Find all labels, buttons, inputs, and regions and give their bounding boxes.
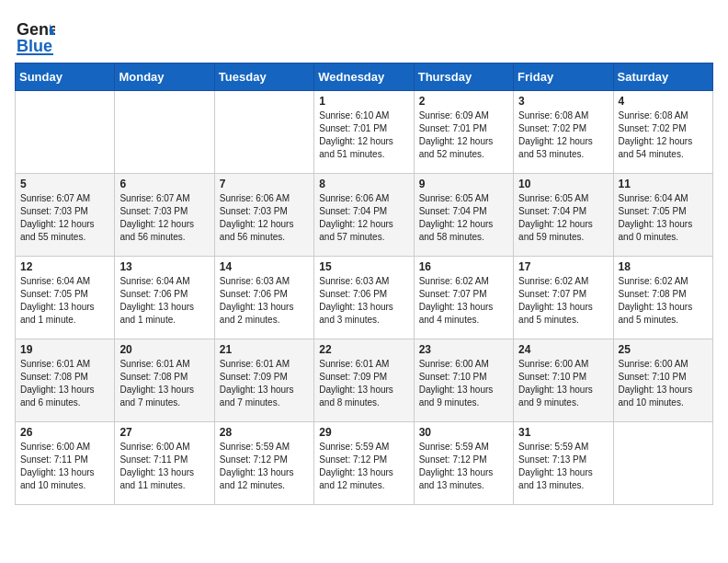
day-number: 20 [119, 343, 209, 356]
day-number: 26 [20, 426, 109, 439]
calendar-cell: 28Sunrise: 5:59 AM Sunset: 7:12 PM Dayli… [214, 422, 313, 505]
cell-info: Sunrise: 6:02 AM Sunset: 7:07 PM Dayligh… [518, 275, 608, 327]
cell-info: Sunrise: 6:06 AM Sunset: 7:04 PM Dayligh… [319, 192, 408, 244]
day-number: 11 [619, 178, 708, 190]
day-number: 3 [518, 95, 608, 108]
cell-info: Sunrise: 6:10 AM Sunset: 7:01 PM Dayligh… [319, 109, 408, 161]
day-number: 16 [419, 260, 508, 273]
calendar-week-row: 1Sunrise: 6:10 AM Sunset: 7:01 PM Daylig… [16, 91, 713, 174]
day-number: 31 [518, 426, 608, 439]
calendar-cell: 30Sunrise: 5:59 AM Sunset: 7:12 PM Dayli… [414, 422, 513, 505]
cell-info: Sunrise: 6:00 AM Sunset: 7:11 PM Dayligh… [20, 441, 109, 492]
calendar-week-row: 5Sunrise: 6:07 AM Sunset: 7:03 PM Daylig… [16, 174, 713, 257]
day-number: 17 [518, 260, 608, 273]
day-number: 19 [20, 343, 109, 356]
calendar-cell: 2Sunrise: 6:09 AM Sunset: 7:01 PM Daylig… [414, 91, 513, 174]
calendar-cell: 25Sunrise: 6:00 AM Sunset: 7:10 PM Dayli… [613, 339, 712, 422]
day-number: 9 [419, 178, 508, 190]
day-number: 25 [619, 343, 708, 356]
calendar-cell: 10Sunrise: 6:05 AM Sunset: 7:04 PM Dayli… [514, 174, 613, 257]
cell-info: Sunrise: 6:09 AM Sunset: 7:01 PM Dayligh… [419, 109, 508, 161]
day-number: 29 [319, 426, 408, 439]
cell-info: Sunrise: 6:04 AM Sunset: 7:05 PM Dayligh… [20, 275, 109, 327]
day-number: 14 [220, 260, 309, 273]
cell-info: Sunrise: 6:04 AM Sunset: 7:06 PM Dayligh… [119, 275, 209, 327]
calendar-cell: 4Sunrise: 6:08 AM Sunset: 7:02 PM Daylig… [613, 91, 712, 174]
cell-info: Sunrise: 6:00 AM Sunset: 7:10 PM Dayligh… [619, 358, 708, 409]
day-number: 12 [20, 260, 109, 273]
cell-info: Sunrise: 6:02 AM Sunset: 7:08 PM Dayligh… [619, 275, 708, 327]
day-number: 7 [220, 178, 309, 190]
calendar-cell: 22Sunrise: 6:01 AM Sunset: 7:09 PM Dayli… [314, 339, 414, 422]
calendar-cell: 24Sunrise: 6:00 AM Sunset: 7:10 PM Dayli… [514, 339, 613, 422]
logo: General Blue [15, 15, 55, 55]
svg-text:General: General [17, 20, 55, 39]
calendar-cell: 29Sunrise: 5:59 AM Sunset: 7:12 PM Dayli… [314, 422, 414, 505]
cell-info: Sunrise: 6:05 AM Sunset: 7:04 PM Dayligh… [518, 192, 608, 244]
calendar-cell: 9Sunrise: 6:05 AM Sunset: 7:04 PM Daylig… [414, 174, 513, 257]
logo-icon: General Blue [15, 15, 55, 55]
calendar-cell [16, 91, 115, 174]
calendar-cell: 31Sunrise: 5:59 AM Sunset: 7:13 PM Dayli… [514, 422, 613, 505]
cell-info: Sunrise: 6:03 AM Sunset: 7:06 PM Dayligh… [220, 275, 309, 327]
calendar-cell: 1Sunrise: 6:10 AM Sunset: 7:01 PM Daylig… [314, 91, 414, 174]
cell-info: Sunrise: 6:05 AM Sunset: 7:04 PM Dayligh… [419, 192, 508, 244]
calendar-cell: 6Sunrise: 6:07 AM Sunset: 7:03 PM Daylig… [115, 174, 214, 257]
svg-text:Blue: Blue [17, 37, 52, 55]
day-of-week-header: Monday [115, 63, 214, 91]
cell-info: Sunrise: 6:01 AM Sunset: 7:09 PM Dayligh… [319, 358, 408, 409]
day-number: 21 [220, 343, 309, 356]
cell-info: Sunrise: 6:03 AM Sunset: 7:06 PM Dayligh… [319, 275, 408, 327]
cell-info: Sunrise: 6:08 AM Sunset: 7:02 PM Dayligh… [619, 109, 708, 161]
day-number: 27 [119, 426, 209, 439]
cell-info: Sunrise: 6:00 AM Sunset: 7:11 PM Dayligh… [119, 441, 209, 492]
cell-info: Sunrise: 5:59 AM Sunset: 7:12 PM Dayligh… [419, 441, 508, 492]
cell-info: Sunrise: 6:00 AM Sunset: 7:10 PM Dayligh… [518, 358, 608, 409]
day-of-week-header: Friday [514, 63, 613, 91]
calendar-cell: 11Sunrise: 6:04 AM Sunset: 7:05 PM Dayli… [613, 174, 712, 257]
calendar-cell: 13Sunrise: 6:04 AM Sunset: 7:06 PM Dayli… [115, 257, 214, 339]
day-number: 2 [419, 95, 508, 108]
calendar-header: SundayMondayTuesdayWednesdayThursdayFrid… [16, 63, 713, 91]
calendar-week-row: 12Sunrise: 6:04 AM Sunset: 7:05 PM Dayli… [16, 257, 713, 339]
day-of-week-header: Tuesday [214, 63, 313, 91]
cell-info: Sunrise: 6:06 AM Sunset: 7:03 PM Dayligh… [220, 192, 309, 244]
cell-info: Sunrise: 5:59 AM Sunset: 7:13 PM Dayligh… [518, 441, 608, 492]
cell-info: Sunrise: 6:01 AM Sunset: 7:09 PM Dayligh… [220, 358, 309, 409]
cell-info: Sunrise: 5:59 AM Sunset: 7:12 PM Dayligh… [220, 441, 309, 492]
calendar-cell [115, 91, 214, 174]
cell-info: Sunrise: 6:02 AM Sunset: 7:07 PM Dayligh… [419, 275, 508, 327]
calendar-cell: 14Sunrise: 6:03 AM Sunset: 7:06 PM Dayli… [214, 257, 313, 339]
calendar-cell: 7Sunrise: 6:06 AM Sunset: 7:03 PM Daylig… [214, 174, 313, 257]
day-number: 28 [220, 426, 309, 439]
day-of-week-header: Thursday [414, 63, 513, 91]
day-number: 18 [619, 260, 708, 273]
calendar-cell: 20Sunrise: 6:01 AM Sunset: 7:08 PM Dayli… [115, 339, 214, 422]
calendar-cell: 17Sunrise: 6:02 AM Sunset: 7:07 PM Dayli… [514, 257, 613, 339]
calendar-cell: 19Sunrise: 6:01 AM Sunset: 7:08 PM Dayli… [16, 339, 115, 422]
day-number: 4 [619, 95, 708, 108]
cell-info: Sunrise: 6:01 AM Sunset: 7:08 PM Dayligh… [119, 358, 209, 409]
day-number: 13 [119, 260, 209, 273]
day-number: 1 [319, 95, 408, 108]
calendar-cell: 18Sunrise: 6:02 AM Sunset: 7:08 PM Dayli… [613, 257, 712, 339]
calendar-cell: 21Sunrise: 6:01 AM Sunset: 7:09 PM Dayli… [214, 339, 313, 422]
day-number: 22 [319, 343, 408, 356]
calendar-cell: 15Sunrise: 6:03 AM Sunset: 7:06 PM Dayli… [314, 257, 414, 339]
calendar-cell: 3Sunrise: 6:08 AM Sunset: 7:02 PM Daylig… [514, 91, 613, 174]
day-of-week-header: Saturday [613, 63, 712, 91]
calendar-cell: 27Sunrise: 6:00 AM Sunset: 7:11 PM Dayli… [115, 422, 214, 505]
day-number: 30 [419, 426, 508, 439]
calendar-cell: 26Sunrise: 6:00 AM Sunset: 7:11 PM Dayli… [16, 422, 115, 505]
cell-info: Sunrise: 6:07 AM Sunset: 7:03 PM Dayligh… [20, 192, 109, 244]
cell-info: Sunrise: 6:01 AM Sunset: 7:08 PM Dayligh… [20, 358, 109, 409]
day-number: 23 [419, 343, 508, 356]
day-of-week-header: Wednesday [314, 63, 414, 91]
day-of-week-header: Sunday [16, 63, 115, 91]
calendar-week-row: 26Sunrise: 6:00 AM Sunset: 7:11 PM Dayli… [16, 422, 713, 505]
cell-info: Sunrise: 6:07 AM Sunset: 7:03 PM Dayligh… [119, 192, 209, 244]
calendar-cell: 8Sunrise: 6:06 AM Sunset: 7:04 PM Daylig… [314, 174, 414, 257]
day-number: 5 [20, 178, 109, 190]
calendar-cell: 12Sunrise: 6:04 AM Sunset: 7:05 PM Dayli… [16, 257, 115, 339]
calendar-cell: 5Sunrise: 6:07 AM Sunset: 7:03 PM Daylig… [16, 174, 115, 257]
